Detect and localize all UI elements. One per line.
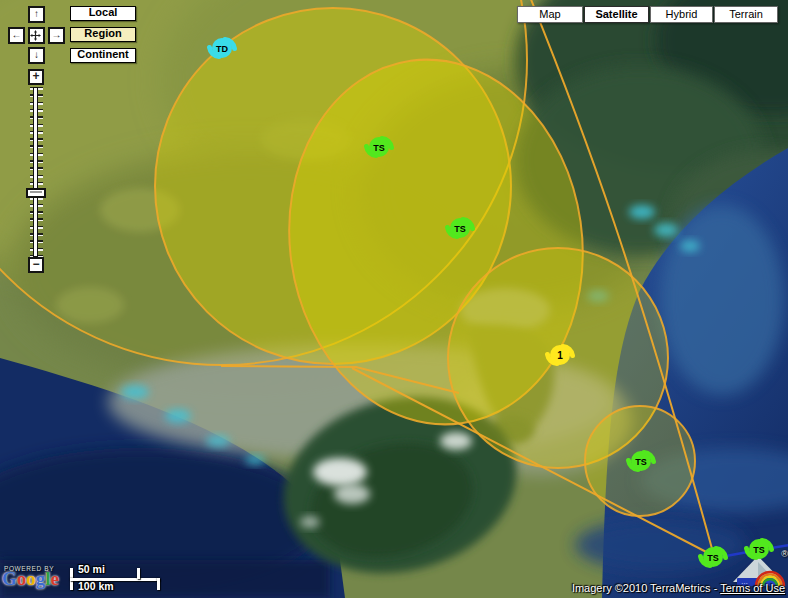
google-logo[interactable]: Google [2, 569, 59, 589]
scale-bar-mile-tick [137, 568, 140, 579]
google-logo-letter: o [26, 568, 36, 589]
storm-marker-label: TD [216, 44, 228, 54]
storm-marker-label: TS [707, 553, 719, 563]
arrow-right-icon: → [52, 29, 62, 40]
view-level-local-button[interactable]: Local [70, 6, 136, 21]
scale-km-label: 100 km [78, 580, 114, 592]
pan-center-button[interactable] [28, 27, 45, 44]
google-logo-letter: e [51, 568, 59, 589]
pan-right-button[interactable]: → [48, 27, 65, 44]
storm-marker-label: TS [753, 545, 765, 555]
storm-marker-tropical-storm[interactable]: TS [747, 539, 772, 559]
zoom-slider-rail [33, 87, 38, 257]
view-level-continent-button[interactable]: Continent [70, 48, 136, 63]
map-canvas[interactable]: … ® TDTSTS1TSTSTS ↑ ← → ↓ Local Region C… [0, 0, 788, 598]
pan-down-button[interactable]: ↓ [28, 47, 45, 64]
storm-marker-label: TS [373, 143, 385, 153]
arrow-left-icon: ← [12, 29, 22, 40]
scale-bar-km-tick [157, 578, 160, 590]
arrow-down-icon: ↓ [34, 49, 39, 60]
move-cross-icon [30, 30, 41, 41]
map-type-map-button[interactable]: Map [517, 6, 583, 23]
zoom-slider-track[interactable] [30, 87, 43, 257]
storm-marker-label: TS [635, 457, 647, 467]
terms-of-use-link[interactable]: Terms of Use [720, 582, 785, 594]
imagery-copyright-text: Imagery ©2010 TerraMetrics - [572, 582, 720, 594]
zoom-slider-handle[interactable] [26, 188, 46, 198]
attribution: Imagery ©2010 TerraMetrics - Terms of Us… [572, 582, 785, 594]
zoom-out-button[interactable]: − [28, 257, 44, 273]
storm-marker-label: 1 [557, 350, 563, 361]
zoom-in-button[interactable]: + [28, 69, 44, 85]
google-logo-letter: o [17, 568, 27, 589]
pan-up-button[interactable]: ↑ [28, 6, 45, 23]
arrow-up-icon: ↑ [34, 8, 39, 19]
scale-miles-label: 50 mi [78, 563, 105, 575]
google-logo-letter: g [36, 568, 46, 589]
map-type-satellite-button[interactable]: Satellite [584, 6, 649, 23]
google-logo-letter: G [2, 568, 17, 589]
map-type-hybrid-button[interactable]: Hybrid [650, 6, 713, 23]
view-level-region-button[interactable]: Region [70, 27, 136, 42]
map-type-terrain-button[interactable]: Terrain [714, 6, 778, 23]
storm-marker-label: TS [454, 224, 466, 234]
storm-forecast-overlay: TDTSTS1TSTSTS [0, 0, 788, 598]
pan-left-button[interactable]: ← [8, 27, 25, 44]
